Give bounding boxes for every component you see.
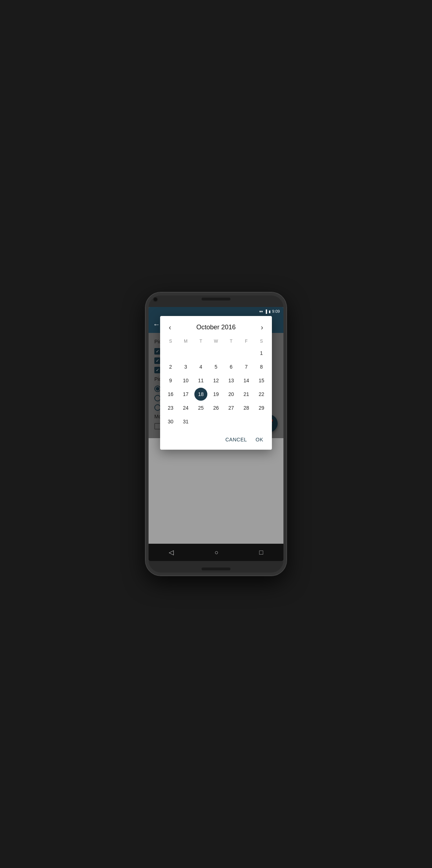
nav-back-button[interactable]: ◁ bbox=[169, 548, 174, 556]
day-12[interactable]: 12 bbox=[210, 374, 222, 387]
day-28[interactable]: 28 bbox=[240, 401, 253, 414]
day-header-sun: S bbox=[163, 337, 178, 345]
day-29[interactable]: 29 bbox=[255, 401, 268, 414]
day-header-tue: T bbox=[193, 337, 208, 345]
prev-month-button[interactable]: ‹ bbox=[166, 322, 174, 333]
status-icons: ▾▾ ▐ ▮ 9:09 bbox=[259, 309, 280, 313]
day-21[interactable]: 21 bbox=[240, 388, 253, 401]
ok-button[interactable]: OK bbox=[253, 434, 266, 445]
day-headers: S M T W T F S bbox=[163, 337, 269, 345]
day-19[interactable]: 19 bbox=[210, 388, 222, 401]
main-content: Pickers to activate: DatePicker T R Pick… bbox=[149, 333, 283, 438]
day-25[interactable]: 25 bbox=[194, 401, 207, 414]
dialog-actions: CANCEL OK bbox=[160, 431, 272, 447]
back-button[interactable]: ← bbox=[153, 320, 160, 329]
day-header-wed: W bbox=[208, 337, 224, 345]
days-grid: 1 2 3 4 5 6 7 8 9 10 11 12 1 bbox=[163, 347, 269, 428]
day-header-fri: F bbox=[239, 337, 254, 345]
day-15[interactable]: 15 bbox=[255, 374, 268, 387]
day-2[interactable]: 2 bbox=[164, 360, 177, 373]
day-16[interactable]: 16 bbox=[164, 388, 177, 401]
battery-icon: ▮ bbox=[269, 310, 271, 313]
day-24[interactable]: 24 bbox=[179, 401, 192, 414]
cancel-button[interactable]: CANCEL bbox=[222, 434, 250, 445]
month-title: October 2016 bbox=[196, 324, 235, 331]
day-6[interactable]: 6 bbox=[225, 360, 238, 373]
phone-frame: ▾▾ ▐ ▮ 9:09 ← SublimePicker Pickers to a… bbox=[146, 293, 286, 575]
day-5[interactable]: 5 bbox=[210, 360, 222, 373]
day-header-mon: M bbox=[178, 337, 193, 345]
day-10[interactable]: 10 bbox=[179, 374, 192, 387]
next-month-button[interactable]: › bbox=[258, 322, 266, 333]
day-4[interactable]: 4 bbox=[194, 360, 207, 373]
day-8[interactable]: 8 bbox=[255, 360, 268, 373]
status-bar: ▾▾ ▐ ▮ 9:09 bbox=[149, 307, 283, 316]
day-1[interactable]: 1 bbox=[255, 347, 268, 360]
day-22[interactable]: 22 bbox=[255, 388, 268, 401]
day-7[interactable]: 7 bbox=[240, 360, 253, 373]
day-11[interactable]: 11 bbox=[194, 374, 207, 387]
day-23[interactable]: 23 bbox=[164, 401, 177, 414]
day-17[interactable]: 17 bbox=[179, 388, 192, 401]
signal-icon: ▐ bbox=[264, 310, 267, 313]
day-30[interactable]: 30 bbox=[164, 415, 177, 428]
day-27[interactable]: 27 bbox=[225, 401, 238, 414]
day-3[interactable]: 3 bbox=[179, 360, 192, 373]
status-time: 9:09 bbox=[272, 309, 280, 313]
day-13[interactable]: 13 bbox=[225, 374, 238, 387]
nav-home-button[interactable]: ○ bbox=[215, 549, 219, 556]
front-camera bbox=[153, 297, 158, 302]
day-header-sat: S bbox=[254, 337, 269, 345]
calendar-dialog: ‹ October 2016 › S M T W T F S bbox=[160, 316, 272, 450]
nav-recent-button[interactable]: □ bbox=[259, 549, 263, 556]
phone-screen: ▾▾ ▐ ▮ 9:09 ← SublimePicker Pickers to a… bbox=[149, 307, 283, 561]
day-18[interactable]: 18 bbox=[194, 388, 207, 401]
day-26[interactable]: 26 bbox=[210, 401, 222, 414]
day-14[interactable]: 14 bbox=[240, 374, 253, 387]
calendar-grid: S M T W T F S bbox=[160, 337, 272, 428]
nav-bar: ◁ ○ □ bbox=[149, 544, 283, 561]
wifi-icon: ▾▾ bbox=[259, 310, 263, 313]
day-31[interactable]: 31 bbox=[179, 415, 192, 428]
day-9[interactable]: 9 bbox=[164, 374, 177, 387]
speaker-top bbox=[202, 298, 230, 301]
day-header-thu: T bbox=[224, 337, 239, 345]
day-20[interactable]: 20 bbox=[225, 388, 238, 401]
speaker-bottom bbox=[202, 567, 230, 570]
month-navigation: ‹ October 2016 › bbox=[160, 322, 272, 333]
